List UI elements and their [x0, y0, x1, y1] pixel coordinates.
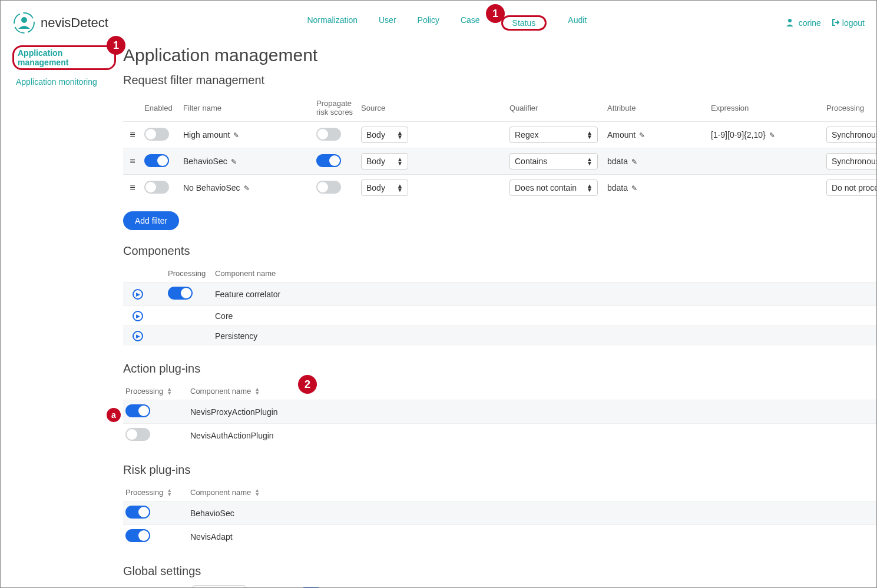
component-processing-toggle[interactable] [168, 287, 193, 300]
component-row: ▶ Persistency [123, 325, 877, 346]
action-col-name[interactable]: Component name ▲▼ [190, 387, 877, 396]
plugin-name: NevisAdapt [190, 532, 877, 542]
select-caret-icon: ▲▼ [587, 157, 593, 165]
risk-plugin-row: BehavioSec [123, 501, 877, 524]
component-name: Core [215, 311, 877, 321]
risk-col-name[interactable]: Component name ▲▼ [190, 488, 877, 497]
global-heading: Global settings [123, 564, 877, 578]
plugin-name: NevisProxyActionPlugin [190, 407, 877, 417]
risk-plugin-row: NevisAdapt [123, 524, 877, 548]
sort-icon: ▲▼ [167, 387, 172, 396]
rf-col-qualifier: Qualifier [509, 104, 604, 112]
rf-row: ≡ High amount✎ Body ▲▼ Regex ▲▼ Amount✎ … [123, 121, 877, 148]
drag-handle-icon[interactable]: ≡ [124, 129, 141, 140]
add-filter-button[interactable]: Add filter [123, 211, 179, 230]
svg-point-2 [788, 19, 792, 22]
edit-icon[interactable]: ✎ [244, 184, 250, 192]
processing-select[interactable]: Synchronous ▲▼ [826, 127, 877, 143]
annotation-badge-plugin-a: a [107, 408, 121, 422]
sidebar-app-monitoring[interactable]: Application monitoring [12, 76, 116, 88]
action-plugin-row: NevisAuthActionPlugin [123, 423, 877, 447]
edit-icon[interactable]: ✎ [233, 131, 239, 139]
plugin-name: BehavioSec [190, 509, 877, 518]
brand: nevisDetect [12, 11, 108, 35]
plugin-processing-toggle[interactable] [125, 428, 150, 441]
nav-case[interactable]: Case [461, 15, 480, 31]
edit-icon[interactable]: ✎ [631, 184, 637, 192]
rf-attribute: bdata✎ [607, 157, 707, 166]
nav-audit[interactable]: Audit [568, 15, 587, 31]
logout-label: logout [842, 18, 865, 28]
action-plugins-heading: Action plug-ins [123, 362, 877, 376]
drag-handle-icon[interactable]: ≡ [124, 156, 141, 167]
plugin-processing-toggle[interactable] [125, 404, 150, 417]
edit-icon[interactable]: ✎ [639, 131, 645, 139]
rf-col-processing: Processing [826, 104, 877, 112]
page-title: Application management [123, 45, 877, 65]
edit-icon[interactable]: ✎ [769, 131, 775, 139]
component-name: Feature correlator [215, 290, 877, 299]
logout-icon [832, 18, 840, 28]
plugin-processing-toggle[interactable] [125, 529, 150, 542]
rf-filter-name: BehavioSec✎ [183, 157, 313, 166]
sidebar-app-management[interactable]: Application management [12, 45, 116, 70]
rf-attribute: bdata✎ [607, 183, 707, 192]
op-mode-select[interactable]: Mixed ▲▼ [193, 585, 246, 588]
top-nav: Normalization User Policy Case Status Au… [307, 15, 587, 31]
rf-col-attribute: Attribute [607, 104, 707, 112]
sort-icon: ▲▼ [254, 387, 260, 396]
plugin-processing-toggle[interactable] [125, 506, 150, 519]
user-area: corine logout [786, 18, 865, 28]
expand-icon[interactable]: ▶ [133, 331, 143, 341]
annotation-badge-plugin-2: 2 [298, 375, 317, 394]
source-select[interactable]: Body ▲▼ [361, 127, 408, 143]
expand-icon[interactable]: ▶ [133, 311, 143, 321]
username-link[interactable]: corine [786, 18, 821, 28]
processing-select[interactable]: Do not process ▲▼ [826, 180, 877, 196]
svg-point-1 [21, 17, 27, 23]
select-caret-icon: ▲▼ [587, 131, 593, 139]
propagate-toggle[interactable] [316, 128, 341, 141]
nav-user[interactable]: User [379, 15, 396, 31]
enabled-toggle[interactable] [144, 154, 169, 167]
processing-select[interactable]: Synchronous ▲▼ [826, 153, 877, 170]
drag-handle-icon[interactable]: ≡ [124, 182, 141, 193]
propagate-toggle[interactable] [316, 181, 341, 194]
nav-status[interactable]: Status [501, 15, 547, 31]
action-plugin-row: NevisProxyActionPlugin [123, 400, 877, 423]
edit-icon[interactable]: ✎ [231, 158, 237, 166]
qualifier-select[interactable]: Does not contain ▲▼ [509, 180, 598, 196]
rf-filter-name: High amount✎ [183, 130, 313, 139]
enabled-toggle[interactable] [144, 128, 169, 141]
comp-col-processing: Processing [168, 269, 215, 278]
nav-policy[interactable]: Policy [418, 15, 439, 31]
select-caret-icon: ▲▼ [397, 157, 403, 165]
header: nevisDetect Normalization User Policy Ca… [12, 11, 865, 35]
sort-icon: ▲▼ [254, 489, 260, 497]
component-name: Persistency [215, 331, 877, 341]
enabled-toggle[interactable] [144, 181, 169, 194]
comp-col-name: Component name [215, 269, 877, 278]
logout-link[interactable]: logout [832, 18, 865, 28]
sort-icon: ▲▼ [167, 489, 172, 497]
risk-col-processing[interactable]: Processing ▲▼ [125, 488, 190, 497]
rf-col-filtername: Filter name [183, 104, 313, 112]
qualifier-select[interactable]: Regex ▲▼ [509, 127, 598, 143]
rf-filter-name: No BehavioSec✎ [183, 183, 313, 192]
annotation-badge-sidebar-1: 1 [107, 36, 125, 55]
rf-col-propagate: Propagate risk scores [316, 99, 358, 117]
propagate-toggle[interactable] [316, 154, 341, 167]
expand-icon[interactable]: ▶ [133, 289, 143, 300]
rf-col-enabled: Enabled [144, 104, 180, 112]
risk-plugins-heading: Risk plug-ins [123, 463, 877, 477]
qualifier-select[interactable]: Contains ▲▼ [509, 153, 598, 170]
source-select[interactable]: Body ▲▼ [361, 153, 408, 170]
nav-normalization[interactable]: Normalization [307, 15, 358, 31]
action-col-processing[interactable]: Processing ▲▼ [125, 387, 190, 396]
edit-icon[interactable]: ✎ [631, 158, 637, 166]
rf-heading: Request filter management [123, 74, 877, 87]
select-caret-icon: ▲▼ [397, 131, 403, 139]
source-select[interactable]: Body ▲▼ [361, 180, 408, 196]
component-row: ▶ Core [123, 305, 877, 325]
select-caret-icon: ▲▼ [397, 184, 403, 192]
